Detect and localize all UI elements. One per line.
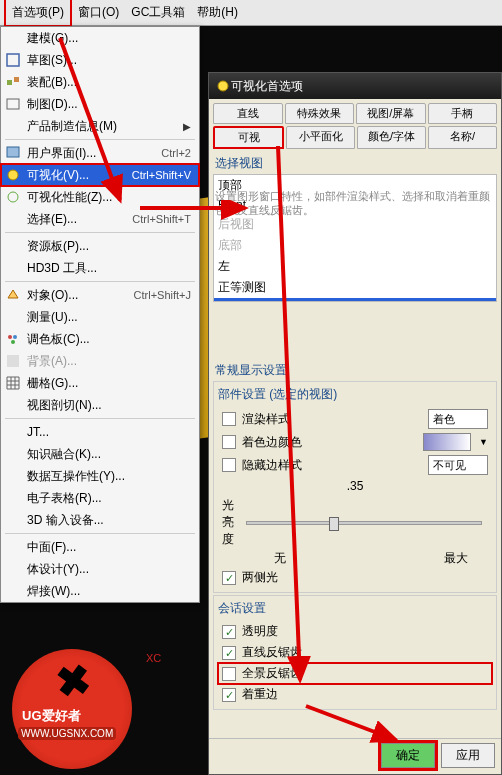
render-style-checkbox[interactable]	[222, 412, 236, 426]
menu-item-pmi[interactable]: 产品制造信息(M)▶	[1, 115, 199, 137]
menu-item-bodydesign[interactable]: 体设计(Y)...	[1, 558, 199, 580]
svg-point-11	[218, 81, 228, 91]
menu-item-interop[interactable]: 数据互操作性(Y)...	[1, 465, 199, 487]
menu-item-measure[interactable]: 测量(U)...	[1, 306, 199, 328]
slider-min: 无	[274, 550, 286, 567]
menu-item-knowledge[interactable]: 知识融合(K)...	[1, 443, 199, 465]
preferences-dropdown: 建模(G)... 草图(S)... 装配(B)... 制图(D)... 产品制造…	[0, 26, 200, 603]
menu-item-hd3d[interactable]: HD3D 工具...	[1, 257, 199, 279]
object-icon	[5, 287, 21, 303]
shade-edge-label: 着色边颜色	[242, 434, 417, 451]
hidden-edge-combo[interactable]: 不可见	[428, 455, 488, 475]
view-item[interactable]: 底部	[214, 235, 496, 256]
svg-rect-10	[7, 355, 19, 367]
svg-point-9	[11, 340, 15, 344]
menu-help[interactable]: 帮助(H)	[191, 0, 244, 25]
two-sided-checkbox[interactable]	[222, 571, 236, 585]
tab-visual[interactable]: 可视	[213, 126, 284, 149]
line-aa-checkbox[interactable]	[222, 646, 236, 660]
menu-item-weld[interactable]: 焊接(W)...	[1, 580, 199, 602]
dialog-title-text: 可视化首选项	[231, 78, 303, 95]
logo-text: UG爱好者	[22, 707, 81, 725]
hidden-edge-checkbox[interactable]	[222, 458, 236, 472]
svg-point-7	[8, 335, 12, 339]
tab-screen[interactable]: 视图/屏幕	[356, 103, 426, 124]
tab-flatten[interactable]: 小平面化	[286, 126, 355, 149]
svg-point-6	[8, 192, 18, 202]
menu-item-visualization[interactable]: 可视化(V)...Ctrl+Shift+V	[1, 164, 199, 186]
tab-line[interactable]: 直线	[213, 103, 283, 124]
transparency-checkbox[interactable]	[222, 625, 236, 639]
menubar: 首选项(P) 窗口(O) GC工具箱 帮助(H)	[0, 0, 502, 26]
show-axis-checkbox[interactable]	[222, 688, 236, 702]
full-aa-checkbox[interactable]	[222, 667, 236, 681]
chevron-right-icon: ▶	[183, 121, 191, 132]
dialog-titlebar: 可视化首选项	[209, 73, 501, 99]
apply-button[interactable]: 应用	[441, 743, 495, 768]
menu-item-spreadsheet[interactable]: 电子表格(R)...	[1, 487, 199, 509]
assembly-icon	[5, 74, 21, 90]
menu-item-viz-perf[interactable]: 可视化性能(Z)...	[1, 186, 199, 208]
part-settings-label: 部件设置 (选定的视图)	[218, 386, 492, 403]
brightness-slider[interactable]	[246, 521, 482, 525]
watermark-logo: ✖ UG爱好者 WWW.UGSNX.COM	[12, 649, 152, 769]
menu-item-drafting[interactable]: 制图(D)...	[1, 93, 199, 115]
menu-item-section[interactable]: 视图剖切(N)...	[1, 394, 199, 416]
show-axis-label: 着重边	[242, 686, 488, 703]
menu-item-ui[interactable]: 用户界面(I)...Ctrl+2	[1, 142, 199, 164]
ok-button[interactable]: 确定	[381, 743, 435, 768]
drafting-icon	[5, 96, 21, 112]
menu-item-background: 背景(A)...	[1, 350, 199, 372]
menu-gc-toolbox[interactable]: GC工具箱	[125, 0, 191, 25]
render-style-combo[interactable]: 着色	[428, 409, 488, 429]
svg-rect-4	[7, 147, 19, 157]
transparency-label: 透明度	[242, 623, 488, 640]
visualization-preferences-dialog: 可视化首选项 直线 特殊效果 视图/屏幕 手柄 可视 小平面化 颜色/字体 名称…	[208, 72, 502, 775]
view-item[interactable]: 左	[214, 256, 496, 277]
select-view-label: 选择视图	[215, 155, 497, 172]
tab-fx[interactable]: 特殊效果	[285, 103, 355, 124]
menu-item-grid[interactable]: 栅格(G)...	[1, 372, 199, 394]
logo-x-icon: ✖	[53, 655, 94, 708]
menu-item-assembly[interactable]: 装配(B)...	[1, 71, 199, 93]
view-item[interactable]: 正等测图	[214, 277, 496, 298]
svg-rect-2	[14, 77, 19, 82]
svg-point-5	[8, 170, 18, 180]
menu-item-sketch[interactable]: 草图(S)...	[1, 49, 199, 71]
shade-edge-checkbox[interactable]	[222, 435, 236, 449]
shade-edge-color[interactable]	[423, 433, 471, 451]
svg-rect-1	[7, 80, 12, 85]
menu-item-jt[interactable]: JT...	[1, 421, 199, 443]
session-settings-label: 会话设置	[218, 600, 492, 617]
line-aa-label: 直线反锯齿	[242, 644, 488, 661]
menu-item-modeling[interactable]: 建模(G)...	[1, 27, 199, 49]
grid-icon	[5, 375, 21, 391]
dialog-icon	[215, 78, 231, 94]
menu-item-selection[interactable]: 选择(E)...Ctrl+Shift+T	[1, 208, 199, 230]
help-description: 设置图形窗口特性，如部件渲染样式、选择和取消着重颜色以及直线反锯齿。	[215, 189, 491, 218]
tab-name[interactable]: 名称/	[428, 126, 497, 149]
tab-handle[interactable]: 手柄	[428, 103, 498, 124]
menu-item-object[interactable]: 对象(O)...Ctrl+Shift+J	[1, 284, 199, 306]
slider-max: 最大	[444, 550, 468, 567]
render-style-label: 渲染样式	[242, 411, 422, 428]
palette-icon	[5, 331, 21, 347]
visualization-icon	[5, 167, 21, 183]
full-aa-label: 全景反锯齿	[242, 665, 488, 682]
menu-preferences[interactable]: 首选项(P)	[4, 0, 72, 27]
ui-icon	[5, 145, 21, 161]
perf-icon	[5, 189, 21, 205]
menu-item-palette[interactable]: 资源板(P)...	[1, 235, 199, 257]
menu-item-midsurface[interactable]: 中面(F)...	[1, 536, 199, 558]
menu-item-colorpal[interactable]: 调色板(C)...	[1, 328, 199, 350]
svg-point-8	[13, 335, 17, 339]
tab-colorfont[interactable]: 颜色/字体	[357, 126, 426, 149]
general-settings-label: 常规显示设置	[215, 362, 497, 379]
chevron-down-icon: ▼	[479, 437, 488, 447]
sketch-icon	[5, 52, 21, 68]
menu-window[interactable]: 窗口(O)	[72, 0, 125, 25]
logo-url: WWW.UGSNX.COM	[18, 727, 116, 740]
hidden-edge-label: 隐藏边样式	[242, 457, 422, 474]
brightness-label: 光亮度	[222, 497, 234, 548]
menu-item-3dinput[interactable]: 3D 输入设备...	[1, 509, 199, 531]
